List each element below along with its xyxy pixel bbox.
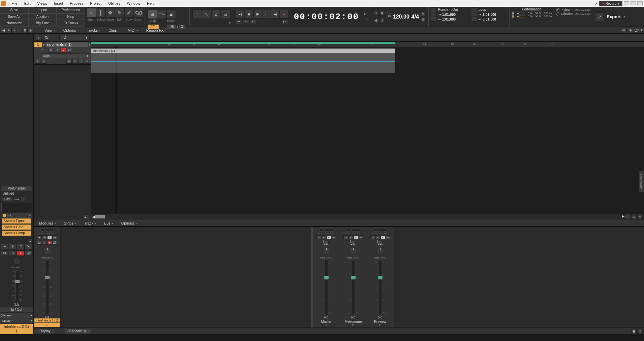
- sb-wave-icon[interactable]: ~: [11, 28, 17, 33]
- export-dropdown-icon[interactable]: ▾: [623, 14, 625, 19]
- sb-clock-icon[interactable]: ◷: [28, 28, 33, 33]
- tempo-display[interactable]: 120.00: [393, 14, 409, 20]
- write-button[interactable]: W: [72, 59, 78, 64]
- big-time-button[interactable]: Big Time: [28, 20, 57, 27]
- dock-icon-1[interactable]: ▣: [631, 329, 637, 334]
- post-button[interactable]: Post: [2, 197, 13, 201]
- bus-fader[interactable]: [325, 261, 328, 314]
- ms-mute-button[interactable]: M: [37, 241, 42, 245]
- snap-value-3[interactable]: 3: [179, 25, 185, 29]
- prochannel-title[interactable]: ProChannel: [1, 186, 32, 191]
- edit-tool-icon[interactable]: ✎: [115, 8, 124, 18]
- module-dot-2[interactable]: [45, 228, 49, 232]
- marks-icon[interactable]: ▲: [166, 9, 176, 19]
- tempo-list-icon[interactable]: ☰: [421, 18, 426, 22]
- menu-views[interactable]: Views: [34, 1, 51, 6]
- record-mode-dropdown[interactable]: ● Record ▾: [599, 1, 622, 6]
- close-tab-icon[interactable]: ✕: [84, 330, 87, 333]
- module-dot-1[interactable]: [40, 228, 44, 232]
- ms-arm-button[interactable]: ●: [47, 241, 52, 245]
- bus-pan-knob[interactable]: [376, 247, 384, 255]
- track-name-field[interactable]: introfriends 2 (1): [46, 42, 88, 47]
- insp-solo-button[interactable]: S: [9, 250, 17, 256]
- fast-forward-button[interactable]: ⏭: [271, 10, 280, 19]
- insp-phase-icon[interactable]: ⊘: [9, 244, 17, 249]
- smart-tool-icon[interactable]: ↖: [87, 8, 96, 18]
- select-tool-icon[interactable]: ┃: [96, 8, 105, 18]
- track-strip-1[interactable]: 1 ✦ introfriends 2 (1) ▴ ∿ M S ● 🔊 Clips…: [34, 42, 91, 65]
- inspector-track-name[interactable]: introfriends 2 (1): [0, 324, 33, 329]
- curve-tool-3-icon[interactable]: ⊿: [211, 9, 221, 19]
- playhead[interactable]: [116, 42, 116, 214]
- prochannel-preset[interactable]: Untitled: [1, 191, 32, 196]
- menu-file[interactable]: File: [8, 1, 21, 6]
- menu-process[interactable]: Process: [66, 1, 87, 6]
- archive-button[interactable]: A: [85, 59, 90, 64]
- radio-selection[interactable]: [556, 12, 559, 15]
- auto-icon[interactable]: ⊕: [628, 28, 633, 33]
- timesig-display[interactable]: 4/4: [411, 14, 419, 20]
- bus-menu[interactable]: Bus: [100, 220, 117, 226]
- regionfx-menu[interactable]: Region FX: [142, 28, 171, 33]
- tempo-edit-icon[interactable]: ✎: [421, 11, 426, 16]
- erase-tool-icon[interactable]: ⌫: [134, 8, 143, 18]
- go-start-button[interactable]: ⏮: [236, 19, 243, 24]
- sb-grid-icon[interactable]: ⊞: [22, 28, 28, 33]
- loop-out-icon[interactable]: [471, 17, 477, 22]
- volume-fader[interactable]: [16, 270, 18, 301]
- draw-tool-icon[interactable]: ✐: [124, 8, 134, 18]
- curve-tool-2-icon[interactable]: ⟍: [202, 9, 211, 19]
- fit-tracks-button[interactable]: Fit Tracks: [57, 20, 85, 27]
- loop-out-time[interactable]: 5:01:000: [483, 18, 496, 21]
- pause-button[interactable]: ⏸: [262, 10, 271, 19]
- view-menu[interactable]: View: [40, 28, 59, 33]
- insp-in-icon[interactable]: ◄: [1, 244, 8, 249]
- toby-icon[interactable]: TO BY: [157, 9, 166, 19]
- bus-fader[interactable]: [379, 261, 381, 314]
- ms-gain[interactable]: 3.5: [45, 315, 49, 318]
- ms-solo-button[interactable]: S: [42, 241, 47, 245]
- engine-icon[interactable]: ⚙: [374, 18, 379, 23]
- console-tab[interactable]: Console ✕: [65, 328, 91, 334]
- monitor-button[interactable]: 🔊: [67, 48, 72, 53]
- clip-area[interactable]: 2 3 4 5 6 7 8 9 10 11 12 13 14 15 16 17: [91, 42, 644, 214]
- eq-graph[interactable]: [1, 203, 32, 212]
- ms-write-button[interactable]: W: [52, 235, 57, 239]
- inspector-track-num[interactable]: 1: [0, 329, 33, 334]
- help-button[interactable]: Help: [57, 13, 85, 20]
- loop-mode-icon[interactable]: [471, 7, 477, 12]
- audio-clip[interactable]: introfriends 2 (1): [91, 48, 395, 73]
- edit-filter-select[interactable]: Clips▾: [41, 54, 90, 58]
- sb-list-icon[interactable]: ☰: [17, 28, 22, 33]
- timeline-ruler[interactable]: 2 3 4 5 6 7 8 9 10 11 12 13 14 15 16 17: [91, 42, 644, 48]
- browser-tab[interactable]: BROWSER: [639, 171, 644, 193]
- maximize-button[interactable]: [631, 1, 636, 5]
- punch-in-icon[interactable]: [431, 12, 437, 17]
- save-as-button[interactable]: Save As: [0, 13, 28, 20]
- normalize-button[interactable]: Normalize: [0, 20, 28, 27]
- mute-button[interactable]: M: [49, 48, 54, 53]
- back-button[interactable]: −: [243, 19, 249, 24]
- bus-write-button[interactable]: W: [332, 235, 336, 239]
- fx-item-eq[interactable]: Sonitus Equali...: [2, 218, 31, 224]
- insp-arm-button[interactable]: ●: [17, 250, 25, 256]
- arm-button[interactable]: ●: [61, 48, 66, 53]
- punch-in-time[interactable]: 1:01:000: [442, 13, 456, 16]
- zoom-in-icon[interactable]: +: [637, 214, 643, 219]
- fx-item-comp[interactable]: Sonitus Comp...: [2, 230, 31, 236]
- module-dot-3[interactable]: [50, 228, 54, 232]
- import-button[interactable]: Import: [28, 7, 57, 13]
- forward-button[interactable]: +: [249, 19, 256, 24]
- fx-add-icon[interactable]: +: [29, 213, 31, 217]
- menu-project[interactable]: Project: [87, 1, 105, 6]
- expand-icon[interactable]: ▴: [89, 43, 90, 46]
- export-button[interactable]: Export: [607, 14, 620, 19]
- fx-power-icon[interactable]: [3, 214, 6, 217]
- strips-menu[interactable]: Strips: [60, 220, 80, 226]
- ms-fader[interactable]: [46, 261, 49, 314]
- output-select[interactable]: ▯Master▾: [0, 318, 33, 323]
- stop-button[interactable]: ■: [245, 10, 253, 19]
- display-button[interactable]: Display: [35, 328, 55, 334]
- punch-mode-icon[interactable]: [431, 7, 437, 12]
- punch-out-icon[interactable]: [431, 17, 437, 22]
